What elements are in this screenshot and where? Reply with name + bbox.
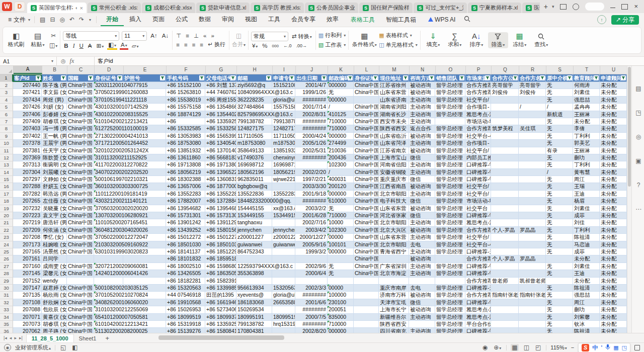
decrease-font-button[interactable]: A↓ xyxy=(161,33,170,39)
cell-A7[interactable]: 207409 xyxy=(13,118,42,125)
cell-L5[interactable]: China中国 xyxy=(354,104,379,111)
cell-R3[interactable]: 刘俊伶 xyxy=(519,89,546,96)
cell-U3[interactable]: 未分配 xyxy=(600,89,627,96)
worksheet-button[interactable]: ▧工作表▾ xyxy=(318,41,346,49)
cell-K26[interactable] xyxy=(328,255,354,262)
menu-tab-4[interactable]: 数据 xyxy=(193,14,216,26)
cell-C5[interactable]: China中国 xyxy=(67,104,94,111)
zoom-level[interactable]: 115%▾ xyxy=(550,344,567,350)
cell-F13[interactable]: +86 19713808 xyxy=(166,161,205,168)
cell-U28[interactable]: 未分配 xyxy=(600,270,627,277)
cell-B34[interactable]: 黄嘉仪 (女) xyxy=(42,314,67,321)
column-header-A[interactable]: A xyxy=(14,66,42,74)
cell-T22[interactable]: 丁利利 xyxy=(573,227,600,234)
row-number[interactable]: 12 xyxy=(0,154,13,161)
cell-S24[interactable]: 无 xyxy=(546,241,573,248)
cell-T27[interactable]: 刘素佳 xyxy=(573,263,600,270)
cell-G16[interactable]: +86 1877000215 xyxy=(205,183,236,190)
cell-T32[interactable]: 周江 xyxy=(573,299,600,306)
cell-P31[interactable]: 合作方推荐 xyxy=(465,292,491,299)
cell-I20[interactable]: 153449155 xyxy=(272,212,295,219)
cell-S35[interactable]: 无 xyxy=(546,321,573,328)
cell-S30[interactable]: 无 xyxy=(546,285,573,292)
font-size-select[interactable]: 11▾ xyxy=(122,31,147,41)
cell-J32[interactable]: 2001/6/6 xyxy=(295,299,328,306)
menu-tab-2[interactable]: 页面 xyxy=(147,14,170,26)
cell-M18[interactable]: 电子科技大 xyxy=(379,198,409,205)
cell-K30[interactable]: 00000 xyxy=(328,285,354,292)
last-sheet-icon[interactable]: ▸| xyxy=(19,335,23,340)
column-filter-icon[interactable] xyxy=(403,75,408,80)
cell-D17[interactable]: 110112200109181419 xyxy=(94,191,123,198)
row-number[interactable]: 2 xyxy=(0,82,13,89)
column-filter-icon[interactable] xyxy=(429,75,434,80)
cell-J12[interactable]: ######## xyxy=(295,154,328,161)
cell-I36[interactable] xyxy=(272,328,295,333)
cell-M13[interactable]: 河南省信阳 xyxy=(379,161,409,168)
cell-U23[interactable]: 未分配 xyxy=(600,234,627,241)
cell-D31[interactable]: 370105200210270824 xyxy=(94,292,123,299)
cell-T26[interactable]: 未分配 xyxy=(573,255,600,262)
column-header-B[interactable]: B xyxy=(42,66,67,74)
cell-O3[interactable]: 留学总经理 xyxy=(435,89,465,96)
cell-F7[interactable]: +86 xyxy=(166,118,205,125)
cell-B28[interactable]: 梁馨元 (女) xyxy=(42,270,67,277)
column-header-S[interactable]: S xyxy=(546,66,574,74)
cell-C14[interactable]: China中国 xyxy=(67,169,94,176)
cell-E26[interactable] xyxy=(123,255,166,262)
cell-Q34[interactable] xyxy=(491,314,519,321)
cell-G9[interactable]: +86 1565399710 xyxy=(205,133,236,140)
cell-L20[interactable]: China中国 xyxy=(354,212,379,219)
cell-Q3[interactable]: 刘俊伶 xyxy=(491,89,519,96)
cell-G36[interactable]: +86 15808419 xyxy=(205,328,236,333)
cell-G27[interactable]: +86 1598680231 xyxy=(205,263,236,270)
align-left-icon[interactable]: ≡ xyxy=(175,42,181,48)
cell-N28[interactable]: 主动咨询 xyxy=(409,270,435,277)
close-tab-icon[interactable]: × xyxy=(80,5,83,11)
cell-K34[interactable]: 835000 xyxy=(328,314,354,321)
cell-H20[interactable]: 153449155 xyxy=(236,212,272,219)
cell-F33[interactable]: +86 15026953 xyxy=(166,306,205,313)
cell-T15[interactable]: 周江 xyxy=(573,176,600,183)
row-number[interactable]: 17 xyxy=(0,191,13,198)
file-menu[interactable]: ≡文件▾ xyxy=(5,16,33,24)
cell-H7[interactable]: 799138782 xyxy=(236,118,272,125)
cell-R33[interactable] xyxy=(519,306,546,313)
horizontal-scrollbar-thumb[interactable] xyxy=(158,335,284,340)
cell-A3[interactable]: 207421 xyxy=(13,89,42,96)
table-header-cell[interactable]: 咨询方式 xyxy=(409,74,435,82)
cell-S20[interactable]: 无 xyxy=(546,212,573,219)
cell-S9[interactable]: 无 xyxy=(546,133,573,140)
doc-tab[interactable]: S常州公积金 .xlsx xyxy=(88,3,141,13)
row-number[interactable]: 30 xyxy=(0,285,13,292)
cell-C19[interactable]: China中国 xyxy=(67,205,94,212)
cell-A31[interactable]: 207135 xyxy=(13,292,42,299)
cell-Q22[interactable]: 个人-罗晶 xyxy=(491,227,519,234)
column-header-I[interactable]: I xyxy=(273,66,296,74)
cell-G11[interactable]: +86 1370140948 xyxy=(205,147,236,154)
cell-M20[interactable]: 河北省张家 xyxy=(379,212,409,219)
cell-G15[interactable]: +86 1360831276 xyxy=(205,176,236,183)
row-number[interactable]: 3 xyxy=(0,89,13,96)
cell-A14[interactable]: 207304 xyxy=(13,169,42,176)
cell-S18[interactable]: 无 xyxy=(546,198,573,205)
cell-B20[interactable]: 袁文宇 (女) xyxy=(42,212,67,219)
cell-F16[interactable]: +86 13657006 xyxy=(166,183,205,190)
cell-H25[interactable]: 864752343 xyxy=(236,248,272,255)
cell-K15[interactable]: 400031 xyxy=(328,176,354,183)
cell-C27[interactable]: China中国 xyxy=(67,263,94,270)
translate-icon[interactable]: ⊕▾ xyxy=(493,344,502,351)
cell-O26[interactable] xyxy=(435,255,465,262)
cell-F32[interactable]: +86 19910568 xyxy=(166,299,205,306)
cell-Q18[interactable] xyxy=(491,198,519,205)
fill-button[interactable]: ⇓ 填充▾ xyxy=(423,32,443,48)
cell-P11[interactable]: 社交平台/ xyxy=(465,147,491,154)
cell-N12[interactable]: 微信 xyxy=(409,154,435,161)
cell-F31[interactable]: +44 07546918 xyxy=(166,292,205,299)
column-header-H[interactable]: H xyxy=(237,66,273,74)
menu-tab-3[interactable]: 公式 xyxy=(170,14,193,26)
cell-A12[interactable]: 207369 xyxy=(13,154,42,161)
cell-J30[interactable]: 2002/3/3 xyxy=(295,285,328,292)
table-header-cell[interactable]: 邮政编码 xyxy=(328,74,354,82)
column-filter-icon[interactable] xyxy=(348,75,353,80)
